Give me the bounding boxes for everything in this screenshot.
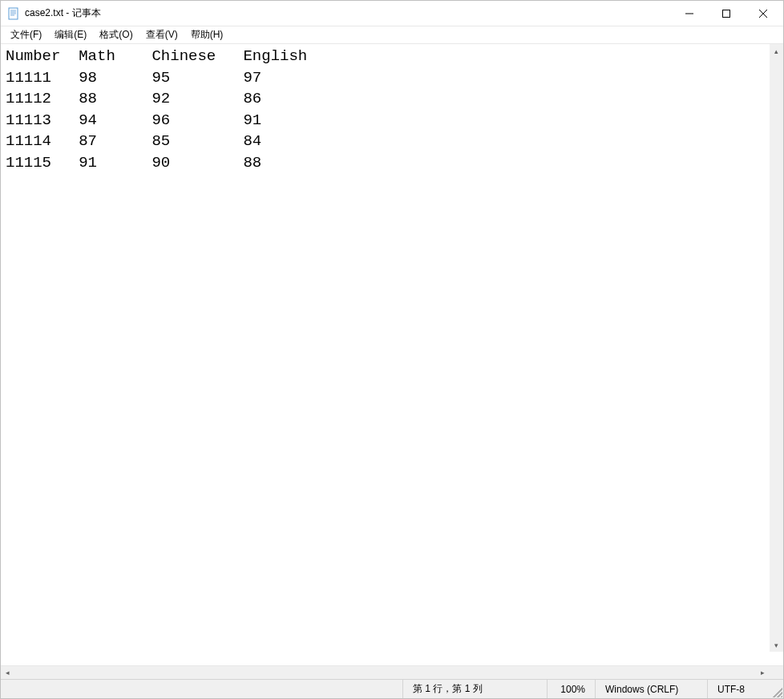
svg-rect-6	[723, 10, 730, 17]
menu-help[interactable]: 帮助(H)	[184, 26, 230, 43]
scroll-right-icon[interactable]: ▸	[756, 666, 770, 679]
vertical-scrollbar[interactable]: ▴ ▾	[770, 44, 783, 652]
status-encoding: UTF-8	[707, 680, 783, 698]
titlebar: case2.txt - 记事本	[1, 1, 783, 26]
status-zoom: 100%	[547, 680, 595, 698]
close-button[interactable]	[745, 2, 782, 26]
menu-file[interactable]: 文件(F)	[4, 26, 48, 43]
window-title: case2.txt - 记事本	[25, 6, 671, 20]
scroll-up-icon[interactable]: ▴	[770, 44, 783, 58]
minimize-button[interactable]	[671, 2, 708, 26]
content-wrapper: Number Math Chinese English 11111 98 95 …	[1, 44, 783, 665]
text-editor[interactable]: Number Math Chinese English 11111 98 95 …	[1, 44, 783, 665]
status-position: 第 1 行，第 1 列	[402, 680, 547, 698]
window-controls	[671, 1, 782, 26]
hscroll-track[interactable]	[14, 666, 756, 679]
menu-view[interactable]: 查看(V)	[139, 26, 184, 43]
statusbar: 第 1 行，第 1 列 100% Windows (CRLF) UTF-8	[1, 679, 783, 698]
status-line-ending: Windows (CRLF)	[595, 680, 707, 698]
menubar: 文件(F) 编辑(E) 格式(O) 查看(V) 帮助(H)	[1, 26, 783, 44]
scroll-down-icon[interactable]: ▾	[770, 638, 783, 652]
notepad-icon	[7, 7, 20, 20]
vscroll-track[interactable]	[770, 58, 783, 638]
menu-edit[interactable]: 编辑(E)	[48, 26, 93, 43]
horizontal-scrollbar[interactable]: ◂ ▸	[1, 665, 783, 679]
menu-format[interactable]: 格式(O)	[93, 26, 139, 43]
maximize-button[interactable]	[708, 2, 745, 26]
scrollbar-corner	[770, 666, 783, 679]
scroll-left-icon[interactable]: ◂	[1, 666, 14, 679]
